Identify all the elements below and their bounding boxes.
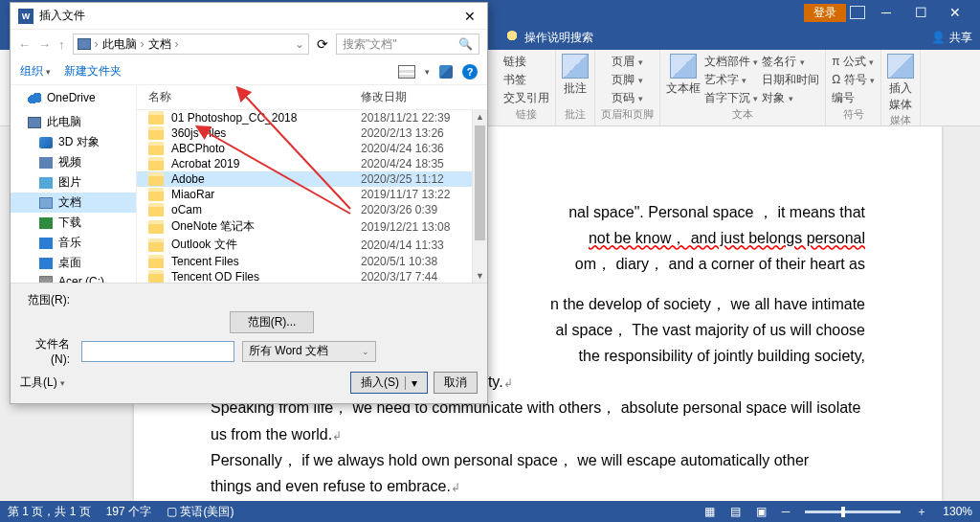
sidebar-thispc[interactable]: 此电脑 bbox=[11, 112, 136, 132]
share-button[interactable]: 👤 共享 bbox=[931, 30, 972, 46]
rib-pagenum[interactable]: 页码 ▾ bbox=[612, 90, 642, 106]
tools-dropdown[interactable]: 工具(L) ▾ bbox=[20, 374, 65, 391]
insert-dropdown-icon[interactable]: ▾ bbox=[405, 376, 417, 390]
view-print-icon[interactable]: ▦ bbox=[704, 505, 715, 518]
tell-me-search[interactable]: 操作说明搜索 bbox=[505, 30, 593, 46]
help-icon[interactable]: ? bbox=[462, 64, 478, 79]
bc-documents[interactable]: 文档 bbox=[148, 36, 171, 53]
rib-links[interactable]: 链接 bbox=[503, 54, 549, 70]
file-row[interactable]: 360js Files2020/2/13 13:26 bbox=[137, 125, 487, 141]
rib-textbox[interactable]: 文本框 bbox=[666, 80, 701, 97]
file-name: OneNote 笔记本 bbox=[171, 218, 361, 235]
line10: Personally， if we always hold own person… bbox=[211, 447, 865, 473]
rib-footer[interactable]: 页脚 ▾ bbox=[612, 72, 642, 88]
sidebar-downloads[interactable]: 下载 bbox=[11, 213, 136, 233]
refresh-icon[interactable]: ⟳ bbox=[317, 36, 328, 52]
comment-icon[interactable] bbox=[562, 54, 589, 79]
filetype-filter[interactable]: 所有 Word 文档 ⌄ bbox=[242, 341, 376, 362]
file-row[interactable]: oCam2020/3/26 0:39 bbox=[137, 202, 487, 217]
sidebar-pictures[interactable]: 图片 bbox=[11, 172, 136, 193]
view-mode-icon[interactable] bbox=[398, 65, 415, 79]
file-scrollbar[interactable] bbox=[472, 110, 487, 283]
sidebar-desktop[interactable]: 桌面 bbox=[11, 253, 136, 273]
rib-media[interactable]: 插入 媒体 bbox=[889, 80, 912, 113]
folder-icon bbox=[148, 172, 164, 186]
login-button[interactable]: 登录 bbox=[804, 4, 846, 22]
status-words[interactable]: 197 个字 bbox=[106, 504, 151, 520]
rib-crossref[interactable]: 交叉引用 bbox=[503, 90, 549, 106]
rib-sigline[interactable]: 签名行 ▾ bbox=[762, 54, 819, 70]
drive-icon bbox=[39, 276, 53, 283]
ribbon-display-icon[interactable] bbox=[850, 6, 865, 19]
file-row[interactable]: OneNote 笔记本2019/12/21 13:08 bbox=[137, 217, 487, 236]
filter-value: 所有 Word 文档 bbox=[249, 343, 328, 359]
sidebar-music[interactable]: 音乐 bbox=[11, 233, 136, 253]
rib-dropcap[interactable]: 首字下沉 ▾ bbox=[704, 90, 758, 106]
file-row[interactable]: Adobe2020/3/25 11:12 bbox=[137, 171, 487, 187]
textbox-icon[interactable] bbox=[670, 54, 697, 79]
close-icon[interactable]: ✕ bbox=[938, 2, 972, 23]
range-button[interactable]: 范围(R)... bbox=[230, 311, 315, 333]
statusbar: 第 1 页，共 1 页 197 个字 ▢ 英语(美国) ▦ ▤ ▣ ─ ＋ 13… bbox=[0, 501, 980, 522]
sidebar-3d[interactable]: 3D 对象 bbox=[11, 132, 136, 152]
rib-datetime[interactable]: 日期和时间 bbox=[762, 72, 819, 88]
newfolder-button[interactable]: 新建文件夹 bbox=[64, 63, 122, 79]
file-name: Tencent OD Files bbox=[171, 270, 361, 283]
search-input[interactable]: 搜索"文档" 🔍 bbox=[336, 34, 479, 55]
file-name: Adobe bbox=[171, 172, 361, 186]
view-read-icon[interactable]: ▤ bbox=[730, 505, 741, 518]
cancel-button[interactable]: 取消 bbox=[434, 372, 478, 394]
rib-object[interactable]: 对象 ▾ bbox=[762, 90, 819, 106]
file-row[interactable]: ABCPhoto2020/4/24 16:36 bbox=[137, 141, 487, 156]
view-mode-dropdown[interactable]: ▾ bbox=[425, 67, 430, 77]
sidebar-onedrive[interactable]: OneDrive bbox=[11, 89, 136, 106]
file-row[interactable]: Tencent OD Files2020/3/17 7:44 bbox=[137, 269, 487, 283]
status-lang[interactable]: ▢ 英语(美国) bbox=[167, 504, 234, 520]
breadcrumb[interactable]: › 此电脑 › 文档 › ⌄ bbox=[73, 34, 310, 55]
min-icon[interactable]: ─ bbox=[869, 2, 903, 23]
sidebar-acer[interactable]: Acer (C:) bbox=[11, 273, 136, 283]
file-row[interactable]: 01 Photoshop_CC_20182018/11/21 22:39 bbox=[137, 110, 487, 125]
col-date[interactable]: 修改日期 bbox=[361, 89, 476, 105]
media-icon[interactable] bbox=[887, 54, 914, 79]
preview-pane-icon[interactable] bbox=[439, 65, 453, 79]
bc-dropdown-icon[interactable]: ⌄ bbox=[295, 37, 304, 51]
person-icon: 👤 bbox=[931, 31, 946, 44]
folder-icon bbox=[148, 220, 164, 234]
doc-icon bbox=[39, 197, 53, 209]
sidebar-documents[interactable]: 文档 bbox=[11, 193, 136, 213]
nav-up-icon[interactable]: ↑ bbox=[58, 37, 65, 52]
view-web-icon[interactable]: ▣ bbox=[756, 505, 767, 518]
download-icon bbox=[39, 217, 53, 229]
bc-thispc[interactable]: 此电脑 bbox=[102, 36, 137, 53]
rib-docparts[interactable]: 文档部件 ▾ bbox=[704, 54, 758, 70]
file-row[interactable]: MiaoRar2019/11/17 13:22 bbox=[137, 187, 487, 202]
zoom-in-icon[interactable]: ＋ bbox=[916, 504, 927, 520]
col-name[interactable]: 名称 bbox=[148, 89, 361, 105]
sidebar-video[interactable]: 视频 bbox=[11, 152, 136, 172]
organize-button[interactable]: 组织 ▾ bbox=[20, 63, 51, 79]
rib-bookmark[interactable]: 书签 bbox=[503, 72, 549, 88]
file-row[interactable]: Outlook 文件2020/4/14 11:33 bbox=[137, 236, 487, 254]
rib-number[interactable]: 编号 bbox=[832, 90, 875, 106]
folder-icon bbox=[148, 270, 164, 283]
zoom-out-icon[interactable]: ─ bbox=[782, 505, 791, 518]
zoom-value[interactable]: 130% bbox=[943, 505, 972, 518]
nav-fwd-icon[interactable]: → bbox=[38, 37, 51, 52]
search-icon: 🔍 bbox=[458, 37, 473, 51]
rib-comment[interactable]: 批注 bbox=[564, 80, 587, 97]
zoom-slider[interactable] bbox=[805, 511, 901, 513]
rib-wordart[interactable]: 艺术字 ▾ bbox=[704, 72, 758, 88]
filename-input[interactable] bbox=[81, 341, 234, 362]
status-page[interactable]: 第 1 页，共 1 页 bbox=[8, 504, 91, 520]
rib-symbol[interactable]: Ω 符号 ▾ bbox=[832, 72, 875, 88]
nav-back-icon[interactable]: ← bbox=[18, 37, 31, 52]
dialog-close-icon[interactable]: ✕ bbox=[464, 9, 479, 24]
file-row[interactable]: Tencent Files2020/5/1 10:38 bbox=[137, 254, 487, 269]
rib-header[interactable]: 页眉 ▾ bbox=[612, 54, 642, 70]
rib-equation[interactable]: π 公式 ▾ bbox=[832, 54, 875, 70]
max-icon[interactable]: ☐ bbox=[903, 2, 938, 23]
insert-button[interactable]: 插入(S)▾ bbox=[350, 372, 428, 394]
folder-icon bbox=[148, 203, 164, 216]
file-row[interactable]: Acrobat 20192020/4/24 18:35 bbox=[137, 156, 487, 171]
